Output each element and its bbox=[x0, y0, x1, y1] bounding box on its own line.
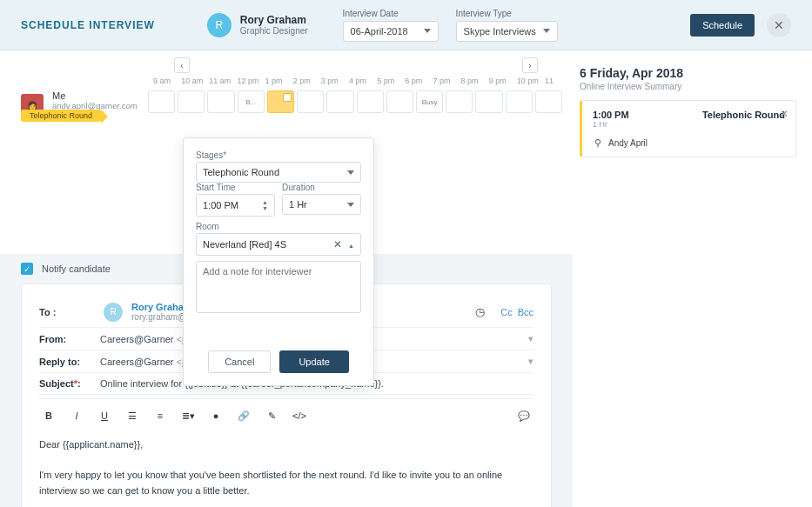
person-icon: ⚲ bbox=[593, 137, 603, 148]
summary-person: Andy April bbox=[608, 138, 648, 148]
interview-type-value: Skype Interviews bbox=[464, 26, 536, 37]
time-slot[interactable] bbox=[267, 90, 294, 113]
candidate-role: Graphic Designer bbox=[240, 26, 308, 36]
cc-button[interactable]: Cc bbox=[500, 307, 512, 317]
chevron-down-icon[interactable]: ▾ bbox=[528, 356, 534, 367]
cal-prev-button[interactable]: ‹ bbox=[174, 57, 190, 73]
chevron-down-icon bbox=[347, 203, 354, 207]
interview-date-value: 06-April-2018 bbox=[351, 26, 408, 37]
summary-close-button[interactable]: ✕ bbox=[780, 108, 789, 120]
start-time-value: 1:00 PM bbox=[203, 200, 238, 210]
time-slot[interactable] bbox=[475, 90, 502, 113]
summary-card: ✕ 1:00 PM 1 Hr Telephonic Round ⚲ Andy A… bbox=[580, 100, 796, 157]
update-button[interactable]: Update bbox=[279, 350, 348, 373]
time-slot[interactable]: Busy bbox=[416, 90, 443, 113]
stages-select[interactable]: Telephonic Round bbox=[196, 162, 361, 183]
time-slot[interactable] bbox=[297, 90, 324, 113]
cancel-button[interactable]: Cancel bbox=[208, 350, 271, 373]
color-button[interactable]: ● bbox=[206, 406, 225, 425]
subject-label: Subject*: bbox=[39, 378, 100, 389]
interview-type-dropdown[interactable]: Skype Interviews bbox=[456, 21, 558, 42]
summary-time: 1:00 PM bbox=[593, 110, 629, 120]
time-slot[interactable] bbox=[386, 90, 413, 113]
stage-badge: Telephonic Round bbox=[21, 110, 101, 122]
summary-column: 6 Friday, Apr 2018 Online Interview Summ… bbox=[573, 50, 812, 507]
schedule-button[interactable]: Schedule bbox=[690, 14, 755, 37]
interview-date-field: Interview Date 06-April-2018 bbox=[343, 9, 439, 42]
summary-date: 6 Friday, Apr 2018 bbox=[580, 66, 796, 80]
hour-label: 10 am bbox=[181, 77, 209, 85]
slot-editor-popover: Stages* Telephonic Round Start Time 1:00… bbox=[183, 137, 374, 386]
close-button[interactable]: ✕ bbox=[767, 13, 791, 37]
hour-label: 1 pm bbox=[265, 77, 293, 85]
time-slot[interactable] bbox=[207, 90, 234, 113]
hour-label: 11 am bbox=[209, 77, 237, 85]
hour-label: 9 pm bbox=[489, 77, 517, 85]
link-button[interactable]: 🔗 bbox=[234, 406, 253, 425]
time-slot[interactable] bbox=[357, 90, 384, 113]
chevron-down-icon bbox=[424, 29, 431, 33]
code-button[interactable]: </> bbox=[290, 406, 309, 425]
chevron-down-icon bbox=[543, 29, 550, 33]
hour-label: 5 pm bbox=[377, 77, 405, 85]
hour-label: 10 pm bbox=[517, 77, 545, 85]
notify-checkbox[interactable]: ✓ bbox=[21, 263, 33, 275]
time-slot[interactable] bbox=[535, 90, 562, 113]
time-slot[interactable] bbox=[446, 90, 473, 113]
hour-label: 12 pm bbox=[237, 77, 265, 85]
hour-label: 8 pm bbox=[461, 77, 489, 85]
time-slot[interactable] bbox=[148, 90, 175, 113]
notify-label: Notify candidate bbox=[42, 264, 111, 274]
interview-date-label: Interview Date bbox=[343, 9, 439, 18]
italic-button[interactable]: I bbox=[67, 406, 86, 425]
email-body-text: I'm very happy to let you know that you'… bbox=[39, 468, 534, 498]
duration-select[interactable]: 1 Hr bbox=[282, 194, 361, 215]
interview-type-label: Interview Type bbox=[456, 9, 558, 18]
top-bar: SCHEDULE INTERVIEW R Rory Graham Graphic… bbox=[0, 0, 812, 50]
summary-subtitle: Online Interview Summary bbox=[580, 82, 796, 91]
bcc-button[interactable]: Bcc bbox=[518, 307, 534, 317]
underline-button[interactable]: U bbox=[95, 406, 114, 425]
clear-room-icon[interactable]: ✕ bbox=[333, 238, 342, 250]
time-slot[interactable] bbox=[178, 90, 205, 113]
bullets-button[interactable]: ☰ bbox=[123, 406, 142, 425]
time-slot[interactable] bbox=[326, 90, 353, 113]
interview-date-dropdown[interactable]: 06-April-2018 bbox=[343, 21, 439, 42]
time-slot[interactable]: B... bbox=[238, 90, 265, 113]
note-textarea[interactable] bbox=[196, 261, 361, 313]
stepper-icon: ▲ bbox=[348, 243, 354, 249]
chevron-down-icon bbox=[347, 170, 354, 175]
clear-format-button[interactable]: ✎ bbox=[262, 406, 281, 425]
email-body[interactable]: Dear {{applicant.name}}, I'm very happy … bbox=[39, 434, 534, 498]
room-value: Neverland [Red] 4S bbox=[203, 239, 286, 250]
clock-icon[interactable]: ◷ bbox=[475, 305, 485, 318]
align-button[interactable]: ≣▾ bbox=[178, 406, 198, 425]
from-name: Careers@Garner bbox=[100, 334, 174, 344]
reply-name: Careers@Garner bbox=[100, 357, 174, 367]
start-time-select[interactable]: 1:00 PM ▲▼ bbox=[196, 194, 275, 217]
hours-header: 9 am10 am11 am12 pm1 pm2 pm3 pm4 pm5 pm6… bbox=[0, 77, 573, 85]
summary-duration: 1 Hr bbox=[593, 120, 629, 129]
me-name: Me bbox=[52, 90, 148, 101]
candidate-info: R Rory Graham Graphic Designer bbox=[207, 13, 308, 37]
email-greeting: Dear {{applicant.name}}, bbox=[39, 437, 534, 453]
comment-button[interactable]: 💬 bbox=[514, 406, 534, 425]
room-select[interactable]: Neverland [Red] 4S ✕ ▲ bbox=[196, 233, 361, 256]
candidate-name: Rory Graham bbox=[240, 14, 308, 26]
editor-toolbar: B I U ☰ ≡ ≣▾ ● 🔗 ✎ </> 💬 bbox=[39, 398, 534, 434]
duration-label: Duration bbox=[282, 183, 361, 192]
chevron-down-icon[interactable]: ▾ bbox=[528, 333, 534, 344]
start-time-label: Start Time bbox=[196, 183, 275, 192]
from-label: From: bbox=[39, 334, 100, 344]
numbered-button[interactable]: ≡ bbox=[151, 406, 170, 425]
interview-type-field: Interview Type Skype Interviews bbox=[456, 9, 558, 42]
hour-label: 9 am bbox=[153, 77, 181, 85]
stepper-icon: ▲▼ bbox=[262, 199, 268, 211]
time-slot[interactable] bbox=[506, 90, 533, 113]
to-avatar: R bbox=[104, 303, 123, 322]
time-slots: B...Busy bbox=[148, 90, 562, 113]
page-title: SCHEDULE INTERVIEW bbox=[21, 19, 155, 31]
bold-button[interactable]: B bbox=[39, 406, 58, 425]
duration-value: 1 Hr bbox=[289, 199, 307, 210]
cal-next-button[interactable]: › bbox=[522, 57, 538, 73]
